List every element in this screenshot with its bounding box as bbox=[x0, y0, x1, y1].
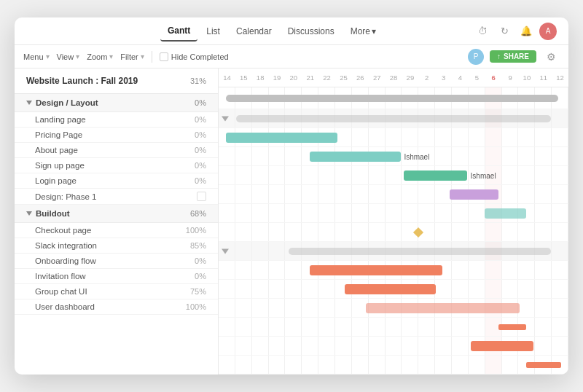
task-bar-invitation bbox=[498, 324, 526, 330]
task-bar-signup bbox=[450, 189, 498, 200]
date-col-today: 6 bbox=[485, 74, 502, 82]
milestone-diamond bbox=[413, 227, 423, 237]
menu-caret-icon: ▾ bbox=[46, 52, 50, 60]
menu-button[interactable]: Menu ▾ bbox=[23, 52, 50, 61]
task-name: Login page bbox=[35, 176, 77, 185]
main-content: Website Launch : Fall 2019 31% Design / … bbox=[15, 68, 568, 375]
task-bar-checkout bbox=[310, 265, 442, 275]
date-col: 2 bbox=[418, 74, 435, 82]
assignee-avatar: P bbox=[468, 49, 484, 65]
left-panel: Website Launch : Fall 2019 31% Design / … bbox=[15, 68, 219, 375]
date-col: 5 bbox=[469, 74, 485, 82]
share-button[interactable]: ↑ SHARE bbox=[490, 50, 536, 63]
task-name: About page bbox=[35, 146, 78, 154]
nav-right: ⏱ ↻ 🔔 A bbox=[474, 23, 557, 40]
task-pct: 100% bbox=[186, 226, 206, 235]
gantt-grid bbox=[219, 223, 568, 241]
section-name-design: Design / Layout bbox=[36, 98, 98, 107]
section-collapse-icon bbox=[26, 211, 32, 216]
task-row[interactable]: Onboarding flow 0% bbox=[15, 254, 218, 269]
gantt-task-row bbox=[219, 185, 568, 204]
clock-icon[interactable]: ⏱ bbox=[474, 23, 491, 40]
section-name-buildout: Buildout bbox=[36, 209, 70, 218]
nav-tabs: Gantt List Calendar Discussions More ▾ bbox=[70, 21, 474, 42]
date-col: 11 bbox=[535, 74, 552, 82]
task-pct: 0% bbox=[195, 130, 206, 139]
gantt-grid bbox=[219, 185, 568, 203]
section-pct-buildout: 68% bbox=[190, 209, 206, 218]
bar-label-ishmael2: Ishmael bbox=[471, 171, 496, 179]
tab-more[interactable]: More ▾ bbox=[343, 22, 383, 41]
task-bar-login bbox=[485, 208, 527, 219]
task-row[interactable]: Sign up page 0% bbox=[15, 158, 218, 173]
task-row[interactable]: Login page 0% bbox=[15, 173, 218, 189]
zoom-caret-icon: ▾ bbox=[109, 52, 113, 60]
task-row[interactable]: Group chat UI 75% bbox=[15, 284, 218, 299]
task-row[interactable]: Checkout page 100% bbox=[15, 223, 218, 238]
toolbar: Menu ▾ View ▾ Zoom ▾ Filter ▾ Hide Compl… bbox=[15, 45, 568, 68]
refresh-icon[interactable]: ↻ bbox=[496, 23, 513, 40]
zoom-button[interactable]: Zoom ▾ bbox=[87, 52, 113, 61]
filter-button[interactable]: Filter ▾ bbox=[120, 52, 144, 61]
chevron-down-icon: ▾ bbox=[372, 26, 376, 36]
gantt-task-row bbox=[219, 356, 568, 375]
task-row[interactable]: Invitation flow 0% bbox=[15, 269, 218, 284]
task-pct: 85% bbox=[190, 241, 206, 250]
tab-discussions[interactable]: Discussions bbox=[281, 22, 342, 41]
task-name: Checkout page bbox=[35, 226, 91, 235]
app-window: Gantt List Calendar Discussions More ▾ ⏱… bbox=[15, 17, 568, 375]
project-bar bbox=[226, 95, 558, 102]
gantt-section-row-buildout bbox=[219, 242, 568, 261]
section-arrow-icon bbox=[222, 248, 229, 254]
task-row[interactable]: Slack integration 85% bbox=[15, 238, 218, 254]
date-col: 3 bbox=[435, 74, 452, 82]
task-row[interactable]: About page 0% bbox=[15, 143, 218, 158]
date-col: 20 bbox=[285, 74, 302, 82]
gantt-task-row bbox=[219, 280, 568, 299]
task-name: Group chat UI bbox=[35, 287, 87, 296]
task-pct: 0% bbox=[195, 272, 206, 281]
task-bar-landing bbox=[226, 133, 338, 143]
date-col: 22 bbox=[318, 74, 335, 82]
section-header-buildout[interactable]: Buildout 68% bbox=[15, 205, 218, 223]
section-pct-design: 0% bbox=[195, 98, 206, 107]
avatar[interactable]: A bbox=[539, 23, 557, 40]
gantt-project-row bbox=[219, 87, 568, 109]
avatar-group: P bbox=[468, 49, 484, 65]
filter-caret-icon: ▾ bbox=[141, 52, 144, 60]
task-row[interactable]: User dashboard 100% bbox=[15, 299, 218, 315]
tab-calendar[interactable]: Calendar bbox=[229, 22, 279, 41]
task-row[interactable]: Landing page 0% bbox=[15, 112, 218, 128]
date-col: 25 bbox=[335, 74, 352, 82]
gantt-grid bbox=[219, 356, 568, 374]
tab-gantt[interactable]: Gantt bbox=[160, 21, 197, 42]
section-collapse-icon bbox=[26, 101, 32, 105]
section-bar-buildout bbox=[289, 248, 551, 255]
task-row-milestone[interactable]: Design: Phase 1 bbox=[15, 189, 218, 205]
milestone-checkbox[interactable] bbox=[197, 192, 206, 201]
task-bar-slack bbox=[345, 284, 436, 294]
section-arrow-icon bbox=[222, 116, 229, 121]
hide-completed-toggle[interactable]: Hide Completed bbox=[160, 52, 229, 61]
date-col: 4 bbox=[452, 74, 469, 82]
hide-completed-checkbox[interactable] bbox=[160, 52, 168, 61]
task-name: Design: Phase 1 bbox=[35, 192, 96, 201]
settings-icon[interactable]: ⚙ bbox=[542, 48, 560, 66]
gantt-task-row bbox=[219, 318, 568, 337]
date-col: 21 bbox=[302, 74, 318, 82]
task-row[interactable]: Pricing Page 0% bbox=[15, 128, 218, 143]
gantt-task-row bbox=[219, 299, 568, 318]
bell-icon[interactable]: 🔔 bbox=[517, 23, 535, 40]
date-col: 18 bbox=[252, 74, 269, 82]
date-col: 15 bbox=[235, 74, 252, 82]
gantt-panel: 14 15 18 19 20 21 22 25 26 27 28 29 2 3 … bbox=[219, 68, 568, 375]
gantt-date-header: 14 15 18 19 20 21 22 25 26 27 28 29 2 3 … bbox=[219, 68, 568, 87]
date-col: 14 bbox=[219, 74, 235, 82]
task-name: Sign up page bbox=[35, 161, 85, 170]
view-button[interactable]: View ▾ bbox=[57, 52, 80, 61]
gantt-task-row bbox=[219, 337, 568, 356]
tab-list[interactable]: List bbox=[199, 22, 227, 41]
section-header-design[interactable]: Design / Layout 0% bbox=[15, 94, 218, 112]
gantt-task-row bbox=[219, 261, 568, 280]
project-pct: 31% bbox=[190, 77, 206, 85]
